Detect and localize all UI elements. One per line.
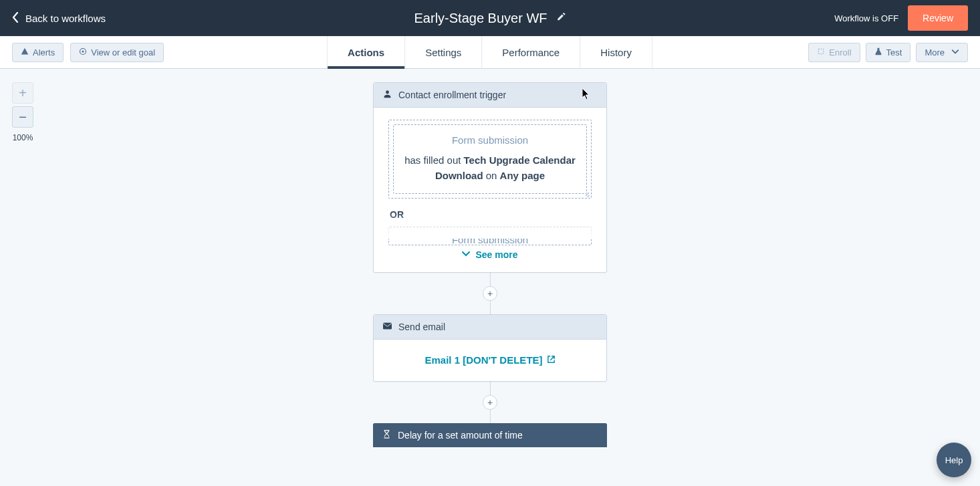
delay-card-title: Delay for a set amount of time: [398, 430, 523, 441]
see-more-label: See more: [475, 249, 517, 260]
hourglass-icon: [382, 430, 391, 441]
connector-line: [490, 273, 491, 286]
trigger-filter[interactable]: Form submission has filled out Tech Upgr…: [393, 124, 587, 194]
connector-line: [490, 410, 491, 423]
svg-rect-2: [819, 49, 824, 54]
more-button[interactable]: More: [916, 43, 968, 62]
goal-label: View or edit goal: [91, 47, 155, 57]
header-right: Workflow is OFF Review: [834, 5, 968, 31]
filter-middle: on: [483, 170, 500, 181]
workflow-canvas[interactable]: + − 100% Contact enrollment trigger Form…: [0, 69, 980, 486]
zoom-out-button[interactable]: −: [12, 106, 33, 128]
connector-line: [490, 382, 491, 395]
email-link[interactable]: Email 1 [DON'T DELETE]: [424, 354, 555, 366]
svg-point-1: [82, 50, 84, 52]
send-email-card[interactable]: Send email Email 1 [DON'T DELETE]: [373, 314, 607, 382]
envelope-icon: [383, 322, 392, 332]
toolbar-right: Enroll Test More: [808, 43, 968, 62]
more-label: More: [925, 47, 945, 57]
resize-handle-icon[interactable]: [583, 190, 590, 197]
help-button[interactable]: Help: [937, 443, 971, 477]
enroll-icon: [817, 47, 825, 57]
target-icon: [79, 47, 87, 57]
trigger-card-header: Contact enrollment trigger: [374, 83, 606, 108]
workflow-status: Workflow is OFF: [834, 13, 898, 23]
sub-toolbar: Alerts View or edit goal Actions Setting…: [0, 36, 980, 69]
trigger-filter-collapsed[interactable]: Form submission: [388, 227, 592, 245]
filter-prefix: has filled out: [404, 154, 463, 166]
toolbar-left: Alerts View or edit goal: [12, 43, 164, 62]
email-card-body: Email 1 [DON'T DELETE]: [374, 340, 606, 381]
delay-card-header: Delay for a set amount of time: [373, 423, 607, 447]
email-card-header: Send email: [374, 315, 606, 340]
connector-line: [490, 301, 491, 314]
workflow-title: Early-Stage Buyer WF: [414, 11, 547, 26]
trigger-filter-group[interactable]: Form submission has filled out Tech Upgr…: [388, 120, 592, 199]
top-header: Back to workflows Early-Stage Buyer WF W…: [0, 0, 980, 36]
pencil-icon[interactable]: [556, 12, 566, 24]
tab-actions[interactable]: Actions: [327, 36, 405, 68]
email-link-label: Email 1 [DON'T DELETE]: [424, 354, 542, 366]
enrollment-trigger-card[interactable]: Contact enrollment trigger Form submissi…: [373, 82, 607, 273]
trigger-card-body: Form submission has filled out Tech Upgr…: [374, 108, 606, 272]
review-button[interactable]: Review: [908, 5, 968, 31]
workflow-flow: Contact enrollment trigger Form submissi…: [373, 82, 607, 447]
contact-icon: [383, 90, 392, 100]
trigger-card-title: Contact enrollment trigger: [398, 90, 506, 100]
zoom-panel: + − 100%: [12, 82, 33, 142]
tab-performance[interactable]: Performance: [481, 36, 580, 68]
add-action-button[interactable]: +: [483, 286, 497, 301]
tab-settings[interactable]: Settings: [404, 36, 482, 68]
external-link-icon: [547, 354, 556, 366]
enroll-label: Enroll: [829, 47, 851, 57]
or-label: OR: [390, 209, 592, 220]
zoom-in-button[interactable]: +: [12, 82, 33, 104]
enroll-button[interactable]: Enroll: [808, 43, 860, 62]
alerts-button[interactable]: Alerts: [12, 43, 64, 62]
view-goal-button[interactable]: View or edit goal: [70, 43, 164, 62]
chevron-down-icon: [462, 249, 470, 260]
test-label: Test: [886, 47, 902, 57]
back-label: Back to workflows: [25, 13, 106, 24]
test-button[interactable]: Test: [866, 43, 911, 62]
tabs: Actions Settings Performance History: [328, 36, 652, 68]
add-action-button[interactable]: +: [483, 395, 497, 410]
back-to-workflows-link[interactable]: Back to workflows: [12, 12, 106, 25]
filter-description: has filled out Tech Upgrade Calendar Dow…: [402, 152, 578, 184]
warning-icon: [21, 47, 29, 57]
caret-down-icon: [951, 47, 959, 57]
chevron-left-icon: [12, 12, 19, 25]
filter-page: Any page: [500, 170, 545, 181]
svg-rect-3: [383, 322, 392, 329]
email-card-title: Send email: [398, 322, 445, 332]
alerts-label: Alerts: [33, 47, 55, 57]
filter-type-label-2: Form submission: [389, 234, 591, 245]
zoom-level: 100%: [13, 133, 33, 142]
filter-type-label: Form submission: [402, 134, 578, 146]
tab-history[interactable]: History: [580, 36, 652, 68]
delay-card[interactable]: Delay for a set amount of time: [373, 423, 607, 447]
see-more-button[interactable]: See more: [388, 245, 592, 263]
beaker-icon: [874, 47, 882, 57]
workflow-title-wrap: Early-Stage Buyer WF: [414, 11, 566, 26]
